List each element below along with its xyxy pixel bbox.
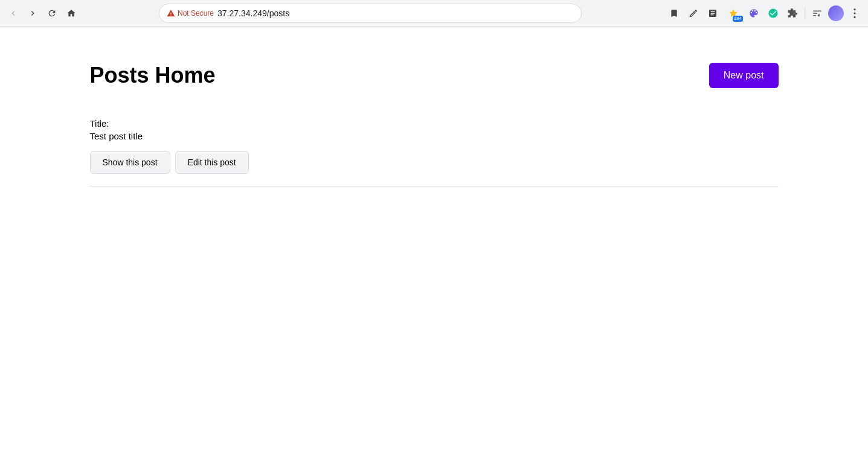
back-button[interactable] (5, 5, 22, 22)
page-header: Posts Home New post (90, 63, 779, 88)
post-title-label: Title: (90, 118, 779, 129)
color-extension-button[interactable] (745, 5, 762, 22)
not-secure-badge: Not Secure (167, 9, 214, 18)
sidebar-button[interactable] (809, 5, 826, 22)
post-item: Title: Test post title Show this post Ed… (90, 106, 779, 186)
url-text: 37.27.34.249/posts (217, 8, 574, 18)
browser-chrome: Not Secure 37.27.34.249/posts 184 (0, 0, 868, 27)
extensions-count-badge: 184 (733, 16, 743, 22)
edit-post-button[interactable]: Edit this post (175, 151, 249, 174)
post-actions: Show this post Edit this post (90, 151, 779, 174)
warning-icon (167, 9, 175, 18)
svg-point-2 (854, 16, 855, 18)
nav-buttons (5, 5, 80, 22)
svg-point-0 (854, 8, 855, 10)
show-post-button[interactable]: Show this post (90, 151, 170, 174)
toolbar-divider (805, 7, 805, 19)
post-title-value: Test post title (90, 131, 779, 141)
page-title: Posts Home (90, 63, 216, 88)
pen-extension-button[interactable] (685, 5, 702, 22)
more-button[interactable] (846, 5, 863, 22)
page-content: Posts Home New post Title: Test post tit… (30, 27, 839, 211)
grammarly-button[interactable] (765, 5, 782, 22)
new-post-button[interactable]: New post (709, 63, 779, 88)
reader-mode-button[interactable] (704, 5, 721, 22)
toolbar-right: 184 (666, 5, 863, 22)
bookmark-button[interactable] (666, 5, 683, 22)
not-secure-label: Not Secure (178, 9, 214, 18)
user-avatar[interactable] (828, 5, 844, 21)
home-button[interactable] (63, 5, 80, 22)
extensions-badge-button[interactable]: 184 (724, 5, 743, 22)
puzzle-extension-button[interactable] (784, 5, 801, 22)
refresh-button[interactable] (43, 5, 60, 22)
forward-button[interactable] (24, 5, 41, 22)
address-bar[interactable]: Not Secure 37.27.34.249/posts (159, 4, 582, 23)
svg-point-1 (854, 12, 855, 14)
